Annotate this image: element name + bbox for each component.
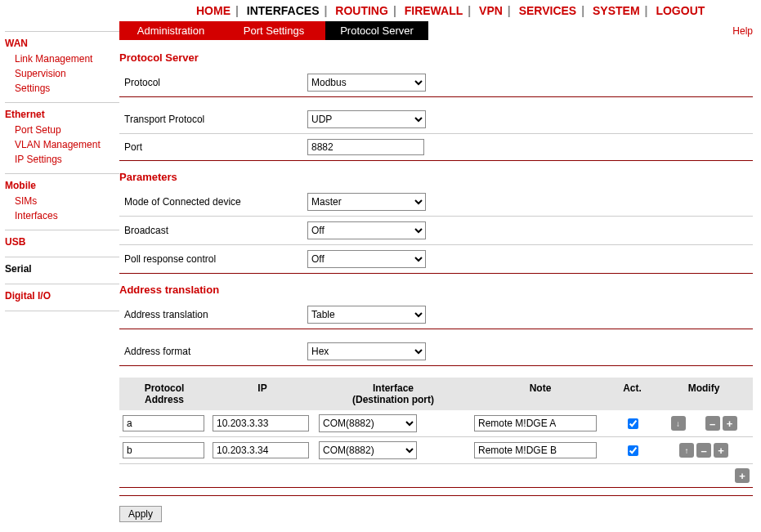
topnav-routing[interactable]: ROUTING <box>335 4 388 17</box>
th-ip: IP <box>257 382 266 394</box>
select-mode[interactable]: Master <box>307 193 426 211</box>
sidebar-item-sims[interactable]: SIMs <box>5 194 119 208</box>
select-address-translation[interactable]: Table <box>307 306 426 324</box>
th-interface-l2: (Destination port) <box>352 394 434 405</box>
sidebar-digital-io[interactable]: Digital I/O <box>5 288 119 304</box>
help-link[interactable]: Help <box>732 25 753 37</box>
section-title-protocol-server: Protocol Server <box>119 51 753 64</box>
sidebar-item-interfaces[interactable]: Interfaces <box>5 208 119 223</box>
sidebar-item-vlan-management[interactable]: VLAN Management <box>5 137 119 152</box>
label-broadcast: Broadcast <box>119 225 307 236</box>
sidebar-ethernet[interactable]: Ethernet <box>5 106 119 123</box>
subtab-bar: Administration Port Settings Protocol Se… <box>119 21 753 40</box>
label-poll: Poll response control <box>119 253 307 265</box>
input-row-addr[interactable] <box>123 442 204 458</box>
row-add-button[interactable] <box>714 443 728 458</box>
topnav-logout[interactable]: LOGOUT <box>656 4 705 17</box>
row-move-down-button[interactable] <box>671 416 686 431</box>
sidebar-usb[interactable]: USB <box>5 234 119 250</box>
input-row-note[interactable] <box>474 442 597 458</box>
sidebar-wan[interactable]: WAN <box>5 35 119 51</box>
topnav-firewall[interactable]: FIREWALL <box>405 4 463 17</box>
section-title-parameters: Parameters <box>119 171 753 183</box>
input-row-addr[interactable] <box>123 415 204 431</box>
table-row: COM(8882) <box>119 437 753 464</box>
th-note: Note <box>530 382 552 394</box>
table-row: COM(8882) <box>119 410 753 437</box>
select-broadcast[interactable]: Off <box>307 221 426 239</box>
subtab-administration[interactable]: Administration <box>119 21 222 40</box>
checkbox-row-active[interactable] <box>628 418 638 429</box>
th-interface-l1: Interface <box>373 382 414 394</box>
section-title-address-translation: Address translation <box>119 284 753 296</box>
th-act: Act. <box>623 382 642 394</box>
input-row-ip[interactable] <box>213 415 309 431</box>
row-remove-button[interactable] <box>696 443 711 458</box>
label-address-format: Address format <box>119 346 307 357</box>
select-poll[interactable]: Off <box>307 250 426 268</box>
label-address-translation: Address translation <box>119 309 307 320</box>
topnav-interfaces[interactable]: INTERFACES <box>247 4 320 17</box>
th-protocol-address-l2: Address <box>145 394 184 405</box>
select-row-interface[interactable]: COM(8882) <box>319 414 417 432</box>
input-row-note[interactable] <box>474 415 597 431</box>
subtab-protocol-server[interactable]: Protocol Server <box>325 21 428 40</box>
row-add-button[interactable] <box>735 468 750 483</box>
label-port: Port <box>119 141 307 153</box>
checkbox-row-active[interactable] <box>628 445 638 456</box>
separator <box>119 493 753 496</box>
input-port[interactable] <box>307 139 424 155</box>
content: Administration Port Settings Protocol Se… <box>119 21 761 532</box>
sidebar-serial[interactable]: Serial <box>5 261 119 277</box>
sidebar-item-port-setup[interactable]: Port Setup <box>5 123 119 137</box>
select-transport-protocol[interactable]: UDP <box>307 110 426 128</box>
th-modify: Modify <box>688 382 720 394</box>
topnav-vpn[interactable]: VPN <box>479 4 503 17</box>
select-address-format[interactable]: Hex <box>307 342 426 360</box>
label-mode: Mode of Connected device <box>119 196 307 208</box>
table-add-row <box>119 464 753 488</box>
sidebar-item-ip-settings[interactable]: IP Settings <box>5 152 119 167</box>
row-remove-button[interactable] <box>705 416 720 431</box>
sidebar-mobile[interactable]: Mobile <box>5 177 119 194</box>
row-add-button[interactable] <box>723 416 737 431</box>
label-protocol: Protocol <box>119 77 307 88</box>
topnav-services[interactable]: SERVICES <box>519 4 577 17</box>
input-row-ip[interactable] <box>213 442 309 458</box>
row-move-up-button[interactable] <box>679 443 694 458</box>
top-nav: HOME| INTERFACES| ROUTING| FIREWALL| VPN… <box>0 0 761 21</box>
th-protocol-address-l1: Protocol <box>145 382 185 394</box>
table-header: Protocol Address IP Interface (Destinati… <box>119 378 753 410</box>
topnav-system[interactable]: SYSTEM <box>593 4 640 17</box>
topnav-home[interactable]: HOME <box>196 4 231 17</box>
sidebar-item-supervision[interactable]: Supervision <box>5 66 119 81</box>
apply-button[interactable]: Apply <box>119 506 162 522</box>
sidebar-item-link-management[interactable]: Link Management <box>5 51 119 66</box>
label-transport-protocol: Transport Protocol <box>119 114 307 125</box>
subtab-port-settings[interactable]: Port Settings <box>222 21 325 40</box>
select-row-interface[interactable]: COM(8882) <box>319 441 417 459</box>
sidebar-item-settings[interactable]: Settings <box>5 81 119 96</box>
sidebar: WAN Link Management Supervision Settings… <box>0 21 119 532</box>
select-protocol[interactable]: Modbus <box>307 74 426 92</box>
